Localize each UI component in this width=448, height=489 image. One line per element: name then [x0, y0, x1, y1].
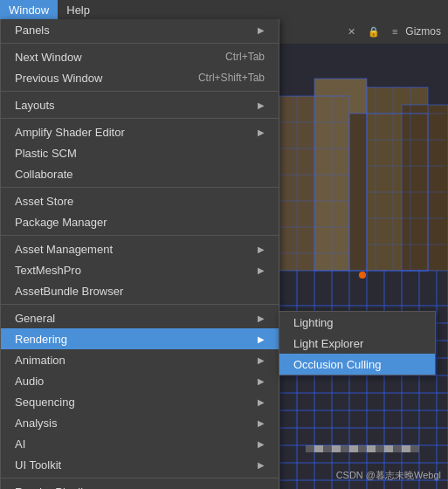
svg-rect-53: [314, 445, 323, 452]
svg-rect-58: [402, 445, 410, 452]
svg-rect-56: [367, 445, 376, 452]
separator-4: [1, 187, 279, 188]
arrow-icon-rendering: ▶: [258, 334, 265, 344]
scene-toolbar: ✕ 🔒 ≡ Gizmos: [279, 19, 448, 44]
submenu-item-light-explorer[interactable]: Light Explorer: [279, 333, 435, 354]
menu-item-package-manager[interactable]: Package Manager: [1, 211, 279, 232]
menu-item-sequencing[interactable]: Sequencing ▶: [1, 391, 279, 412]
lock-icon[interactable]: 🔒: [363, 24, 384, 39]
arrow-icon-layouts: ▶: [258, 100, 265, 110]
svg-rect-5: [402, 105, 448, 271]
menu-item-amplify[interactable]: Amplify Shader Editor ▶: [1, 121, 279, 142]
menu-item-audio[interactable]: Audio ▶: [1, 370, 279, 391]
arrow-icon-am: ▶: [258, 244, 265, 254]
separator-7: [1, 478, 279, 479]
menu-item-assetbundle[interactable]: AssetBundle Browser: [1, 280, 279, 301]
close-icon[interactable]: ✕: [343, 24, 360, 39]
separator-1: [1, 43, 279, 44]
arrow-icon-ai: ▶: [258, 439, 265, 449]
menu-bar: Window Help: [0, 0, 448, 19]
menu-item-asset-store[interactable]: Asset Store: [1, 190, 279, 211]
scene-view: ✕ 🔒 ≡ Gizmos: [279, 19, 448, 489]
rendering-submenu: Lighting Light Explorer Occlusion Cullin…: [279, 311, 436, 375]
scene-wireframe: [279, 44, 448, 489]
menu-item-plastic[interactable]: Plastic SCM: [1, 142, 279, 163]
arrow-icon-tmp: ▶: [258, 265, 265, 275]
arrow-icon-audio: ▶: [258, 376, 265, 386]
menu-item-textmeshpro[interactable]: TextMeshPro ▶: [1, 259, 279, 280]
separator-6: [1, 304, 279, 305]
window-dropdown: Panels ▶ Next Window Ctrl+Tab Previous W…: [0, 19, 279, 489]
gizmos-label: Gizmos: [405, 25, 441, 38]
menu-item-animation[interactable]: Animation ▶: [1, 349, 279, 370]
menu-bar-window[interactable]: Window: [0, 0, 58, 19]
svg-rect-54: [332, 445, 341, 452]
arrow-icon-analysis: ▶: [258, 418, 265, 428]
arrow-icon: ▶: [258, 25, 265, 35]
menu-item-prev-window[interactable]: Previous Window Ctrl+Shift+Tab: [1, 67, 279, 88]
menu-item-panels[interactable]: Panels ▶: [1, 19, 279, 40]
separator-3: [1, 118, 279, 119]
scene-grid: [279, 44, 448, 489]
watermark: CSDN @暮志未晚Webgl: [336, 469, 441, 482]
arrow-icon-amplify: ▶: [258, 127, 265, 137]
menu-item-ui-toolkit[interactable]: UI Toolkit ▶: [1, 454, 279, 475]
svg-rect-57: [384, 445, 393, 452]
menu-bar-help[interactable]: Help: [58, 0, 99, 19]
menu-item-rendering[interactable]: Rendering ▶: [1, 328, 279, 349]
menu-item-layouts[interactable]: Layouts ▶: [1, 94, 279, 115]
arrow-icon-sequencing: ▶: [258, 397, 265, 407]
arrow-icon-uitoolkit: ▶: [258, 460, 265, 470]
menu-item-render-pipeline[interactable]: Render Pipeline ▶: [1, 481, 279, 489]
menu-item-general[interactable]: General ▶: [1, 307, 279, 328]
submenu-item-occlusion-culling[interactable]: Occlusion Culling: [279, 354, 435, 375]
menu-item-collaborate[interactable]: Collaborate: [1, 163, 279, 184]
more-icon[interactable]: ≡: [388, 24, 402, 38]
submenu-item-lighting[interactable]: Lighting: [279, 312, 435, 333]
separator-2: [1, 91, 279, 92]
svg-rect-55: [349, 445, 358, 452]
separator-5: [1, 235, 279, 236]
menu-item-analysis[interactable]: Analysis ▶: [1, 412, 279, 433]
menu-item-next-window[interactable]: Next Window Ctrl+Tab: [1, 46, 279, 67]
svg-point-51: [359, 272, 366, 279]
arrow-icon-animation: ▶: [258, 355, 265, 365]
menu-item-ai[interactable]: AI ▶: [1, 433, 279, 454]
menu-item-asset-management[interactable]: Asset Management ▶: [1, 238, 279, 259]
arrow-icon-general: ▶: [258, 313, 265, 323]
